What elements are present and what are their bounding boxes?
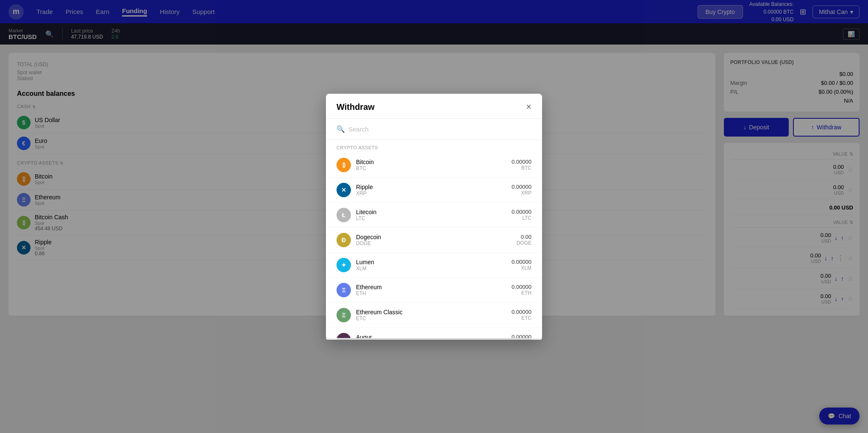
list-item[interactable]: Ξ Ethereum ETH 0.00000 ETH [326,278,542,303]
withdraw-modal: Withdraw × 🔍 CRYPTO ASSETS ₿ Bitcoin BTC… [326,94,542,324]
search-icon: 🔍 [337,125,345,133]
search-wrapper: 🔍 [337,125,531,133]
litecoin-icon: Ł [337,208,351,222]
modal-header: Withdraw × [326,94,542,119]
modal-body: CRYPTO ASSETS ₿ Bitcoin BTC 0.00000 BTC … [326,140,542,324]
modal-overlay[interactable]: Withdraw × 🔍 CRYPTO ASSETS ₿ Bitcoin BTC… [0,0,868,324]
dogecoin-icon: Ð [337,233,351,247]
modal-search-area: 🔍 [326,119,542,140]
list-item[interactable]: ₿ Bitcoin BTC 0.00000 BTC [326,153,542,178]
lumen-icon: ✦ [337,258,351,272]
list-item[interactable]: Ð Dogecoin DOGE 0.00 DOGE [326,228,542,253]
search-input[interactable] [348,126,531,133]
modal-close-button[interactable]: × [526,102,531,112]
modal-section-label: CRYPTO ASSETS [326,140,542,153]
etc-icon: Ξ [337,308,351,322]
list-item[interactable]: ✦ Lumen XLM 0.00000 XLM [326,253,542,278]
list-item[interactable]: ✕ Ripple XRP 0.00000 XRP [326,178,542,203]
list-item[interactable]: Ł Litecoin LTC 0.00000 LTC [326,203,542,228]
ripple-icon: ✕ [337,183,351,197]
bitcoin-icon: ₿ [337,158,351,172]
modal-title: Withdraw [337,102,375,112]
list-item[interactable]: Ξ Ethereum Classic ETC 0.00000 ETC [326,303,542,324]
ethereum-icon: Ξ [337,283,351,297]
